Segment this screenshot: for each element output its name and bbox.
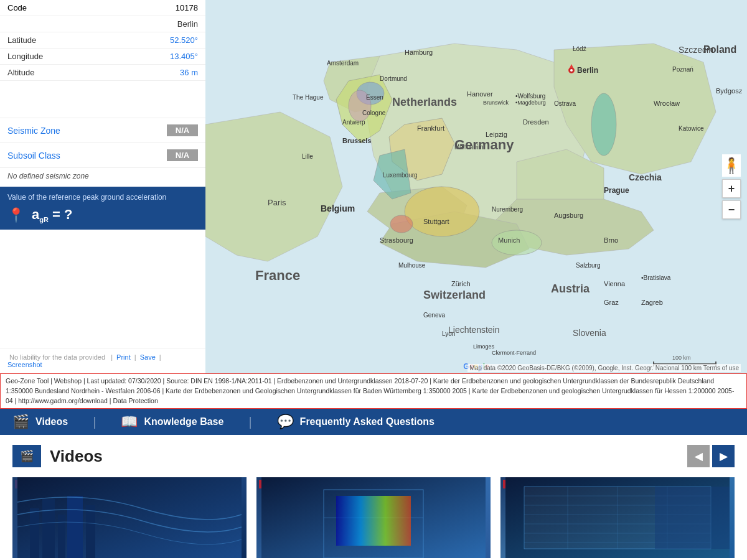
- seismic-zone-row: Seismic Zone N/A: [0, 118, 205, 143]
- pegman-icon[interactable]: 🧍: [722, 154, 741, 177]
- map-attribution: Map data ©2020 GeoBasis-DE/BKG (©2009), …: [467, 364, 741, 372]
- tab-faq[interactable]: 💬 Frequently Asked Questions: [277, 409, 435, 435]
- main-container: Code 10178 City Berlin Latitude 52.520° …: [0, 0, 747, 560]
- longitude-row: Longitude 13.405°: [0, 49, 205, 65]
- tab-knowledge-base-label: Knowledge Base: [144, 416, 223, 427]
- svg-rect-102: [655, 487, 730, 549]
- videos-section-title: Videos: [50, 447, 103, 466]
- svg-text:Wrocław: Wrocław: [654, 100, 680, 107]
- code-label: Code: [7, 3, 27, 12]
- tab-faq-label: Frequently Asked Questions: [300, 416, 435, 427]
- map-svg: Hamburg Amsterdam The Hague Antwerp Brus…: [205, 0, 747, 373]
- svg-text:Paris: Paris: [268, 198, 286, 207]
- svg-text:Germany: Germany: [454, 137, 514, 152]
- save-link[interactable]: Save: [140, 353, 156, 361]
- svg-text:Brussels: Brussels: [342, 137, 371, 144]
- zoom-in-button[interactable]: +: [722, 179, 741, 198]
- faq-icon: 💬: [277, 414, 294, 430]
- svg-text:Geneva: Geneva: [423, 312, 445, 319]
- svg-text:Łódź: Łódź: [573, 45, 586, 52]
- svg-point-75: [570, 69, 573, 72]
- tab-videos[interactable]: 🎬 Videos: [12, 409, 68, 435]
- svg-text:Bydgosz: Bydgosz: [716, 87, 743, 95]
- svg-text:Lille: Lille: [302, 153, 313, 160]
- svg-text:Zagreb: Zagreb: [641, 299, 663, 306]
- pga-title: Value of the reference peak ground accel…: [7, 193, 198, 202]
- svg-text:Salzburg: Salzburg: [576, 262, 600, 269]
- carousel-controls: ◀ ▶: [687, 445, 735, 467]
- altitude-label: Altitude: [7, 68, 34, 77]
- latitude-value: 52.520°: [170, 35, 198, 45]
- thumb-svg-1: [12, 477, 247, 558]
- svg-text:Antwerp: Antwerp: [342, 119, 365, 126]
- seismic-zone-label: Seismic Zone: [7, 126, 60, 136]
- svg-text:Amsterdam: Amsterdam: [327, 60, 359, 67]
- video-thumb-2[interactable]: [256, 477, 491, 558]
- svg-text:Graz: Graz: [604, 299, 619, 306]
- svg-text:•Magdeburg: •Magdeburg: [515, 100, 546, 106]
- svg-text:Frankfurt: Frankfurt: [417, 124, 444, 132]
- map-controls: 🧍 + −: [722, 154, 741, 219]
- screenshot-link[interactable]: Screenshot: [7, 361, 42, 368]
- carousel-next-button[interactable]: ▶: [712, 445, 735, 467]
- svg-rect-86: [86, 505, 95, 558]
- svg-text:Nuremberg: Nuremberg: [492, 206, 523, 213]
- nav-sep-1: |: [93, 415, 96, 429]
- thumb-svg-2: [256, 477, 491, 558]
- map-area[interactable]: Hamburg Amsterdam The Hague Antwerp Brus…: [205, 0, 747, 373]
- svg-text:Poland: Poland: [703, 44, 736, 55]
- nav-sep-2: |: [248, 415, 251, 429]
- tab-videos-label: Videos: [35, 416, 68, 427]
- svg-text:Munich: Munich: [498, 236, 520, 244]
- latitude-label: Latitude: [7, 35, 36, 45]
- svg-text:Berlin: Berlin: [577, 66, 598, 75]
- svg-text:Zürich: Zürich: [451, 280, 471, 287]
- footer-links: No liability for the data provided | Pri…: [0, 348, 205, 373]
- film-icon: 🎬: [20, 449, 34, 463]
- seismic-zone-value: N/A: [167, 124, 198, 136]
- svg-text:Cologne: Cologne: [362, 110, 386, 116]
- svg-text:•Bratislava: •Bratislava: [641, 274, 671, 281]
- svg-text:Austria: Austria: [551, 282, 590, 295]
- longitude-label: Longitude: [7, 52, 43, 61]
- subsoil-class-row: Subsoil Class N/A: [0, 143, 205, 168]
- svg-text:Liechtenstein: Liechtenstein: [448, 325, 500, 335]
- svg-text:Vienna: Vienna: [604, 280, 626, 287]
- info-bar: Geo-Zone Tool | Webshop | Last updated: …: [0, 373, 747, 409]
- pga-section: Value of the reference peak ground accel…: [0, 187, 205, 230]
- svg-text:The Hague: The Hague: [293, 94, 324, 101]
- svg-text:100 km: 100 km: [672, 355, 691, 361]
- no-liability-text: No liability for the data provided: [9, 353, 105, 361]
- no-seismic-text: No defined seismic zone: [0, 168, 205, 184]
- zoom-out-button[interactable]: −: [722, 200, 741, 219]
- video-thumb-3[interactable]: [500, 477, 735, 558]
- svg-text:Poznań: Poznań: [672, 66, 693, 73]
- subsoil-class-value: N/A: [167, 149, 198, 161]
- carousel-prev-button[interactable]: ◀: [687, 445, 710, 467]
- info-bar-text: Geo-Zone Tool | Webshop | Last updated: …: [6, 377, 734, 404]
- knowledge-base-icon: 📖: [121, 414, 138, 430]
- city-row: City Berlin: [0, 16, 205, 32]
- svg-text:Netherlands: Netherlands: [392, 96, 457, 108]
- svg-text:Prague: Prague: [604, 186, 629, 195]
- svg-text:Dresden: Dresden: [523, 118, 549, 126]
- svg-text:Clermont-Ferrand: Clermont-Ferrand: [492, 350, 536, 356]
- videos-section: 🎬 Videos ◀ ▶ RWIND Simulati: [0, 435, 747, 560]
- svg-point-16: [591, 93, 616, 156]
- svg-point-11: [405, 187, 479, 236]
- latitude-row: Latitude 52.520°: [0, 32, 205, 49]
- svg-text:Brno: Brno: [604, 236, 618, 244]
- svg-rect-83: [42, 499, 55, 558]
- tab-knowledge-base[interactable]: 📖 Knowledge Base: [121, 409, 223, 435]
- videos-header: 🎬 Videos ◀ ▶: [12, 445, 735, 467]
- pga-value-row: 📍 agR = ?: [7, 207, 198, 223]
- svg-text:Essen: Essen: [366, 94, 383, 101]
- svg-text:Strasbourg: Strasbourg: [380, 236, 413, 244]
- svg-rect-84: [58, 515, 65, 558]
- city-value: Berlin: [177, 19, 198, 29]
- svg-rect-82: [30, 508, 39, 558]
- svg-text:Mulhouse: Mulhouse: [398, 262, 426, 269]
- svg-text:Stuttgart: Stuttgart: [423, 218, 449, 225]
- print-link[interactable]: Print: [116, 353, 131, 361]
- video-thumb-1[interactable]: RWIND Simulation: [12, 477, 247, 558]
